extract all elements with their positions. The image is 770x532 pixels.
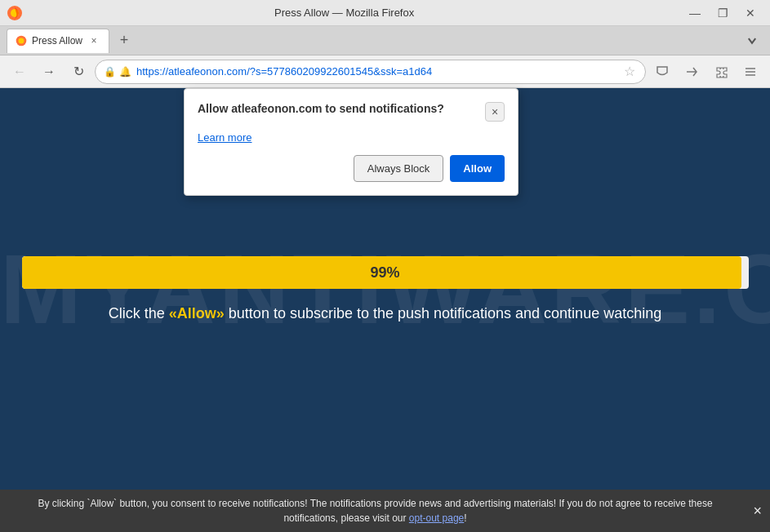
svg-point-3 xyxy=(19,38,24,44)
progress-percent: 99% xyxy=(370,264,399,281)
url-input[interactable] xyxy=(136,65,617,78)
notification-icon: 🔔 xyxy=(119,66,131,78)
back-button[interactable]: ← xyxy=(7,59,33,85)
tab-label: Press Allow xyxy=(32,35,82,47)
forward-button[interactable]: → xyxy=(36,59,62,85)
tab-list-button[interactable] xyxy=(741,29,763,52)
popup-buttons: Always Block Allow xyxy=(198,155,505,182)
tab-favicon xyxy=(16,35,27,47)
share-icon xyxy=(685,65,698,78)
minimize-button[interactable]: — xyxy=(682,3,708,23)
bottom-bar-close-button[interactable]: × xyxy=(753,503,762,520)
new-tab-button[interactable]: + xyxy=(113,29,136,52)
bottom-bar-text-before: By clicking `Allow` button, you consent … xyxy=(38,498,712,524)
watermark-text: MYANTIWARE.COM xyxy=(0,233,770,345)
toolbar-right-buttons xyxy=(649,59,763,85)
reload-button[interactable]: ↻ xyxy=(65,59,91,85)
opt-out-link[interactable]: opt-out page xyxy=(409,512,464,524)
progress-bar-background: 99% xyxy=(22,256,749,289)
titlebar-left: Press Allow — Mozilla Firefox xyxy=(7,5,414,21)
share-button[interactable] xyxy=(679,59,705,85)
bottom-bar: By clicking `Allow` button, you consent … xyxy=(0,490,770,532)
titlebar: Press Allow — Mozilla Firefox — ❐ ✕ xyxy=(0,0,770,26)
active-tab[interactable]: Press Allow × xyxy=(7,29,109,53)
tabbar: Press Allow × + xyxy=(0,26,770,55)
menu-button[interactable] xyxy=(737,59,763,85)
popup-title: Allow atleafeonon.com to send notificati… xyxy=(198,102,485,115)
address-security-icons: 🔒 🔔 xyxy=(104,66,131,78)
tab-close-button[interactable]: × xyxy=(87,34,100,47)
progress-container: 99% xyxy=(22,256,749,289)
hamburger-icon xyxy=(744,65,757,78)
extensions-button[interactable] xyxy=(708,59,734,85)
address-bar[interactable]: 🔒 🔔 ☆ xyxy=(95,60,646,84)
popup-close-button[interactable]: × xyxy=(485,102,505,122)
toolbar: ← → ↻ 🔒 🔔 ☆ xyxy=(0,55,770,88)
maximize-button[interactable]: ❐ xyxy=(710,3,736,23)
allow-highlight: «Allow» xyxy=(169,305,225,321)
titlebar-title: Press Allow — Mozilla Firefox xyxy=(274,7,414,19)
pocket-button[interactable] xyxy=(649,59,675,85)
notification-popup: Allow atleafeonon.com to send notificati… xyxy=(184,88,519,196)
firefox-icon xyxy=(7,5,23,21)
click-instruction: Click the «Allow» button to subscribe to… xyxy=(109,305,661,322)
extensions-icon xyxy=(714,65,728,78)
titlebar-controls: — ❐ ✕ xyxy=(682,3,763,23)
allow-button[interactable]: Allow xyxy=(450,155,505,182)
learn-more-link[interactable]: Learn more xyxy=(198,131,251,144)
popup-header: Allow atleafeonon.com to send notificati… xyxy=(198,102,505,122)
security-icon: 🔒 xyxy=(104,66,116,78)
chevron-down-icon xyxy=(746,35,758,47)
always-block-button[interactable]: Always Block xyxy=(354,155,444,182)
close-window-button[interactable]: ✕ xyxy=(737,3,763,23)
pocket-icon xyxy=(656,65,669,78)
bookmark-button[interactable]: ☆ xyxy=(622,62,637,81)
bottom-bar-text-after: ! xyxy=(464,512,466,524)
